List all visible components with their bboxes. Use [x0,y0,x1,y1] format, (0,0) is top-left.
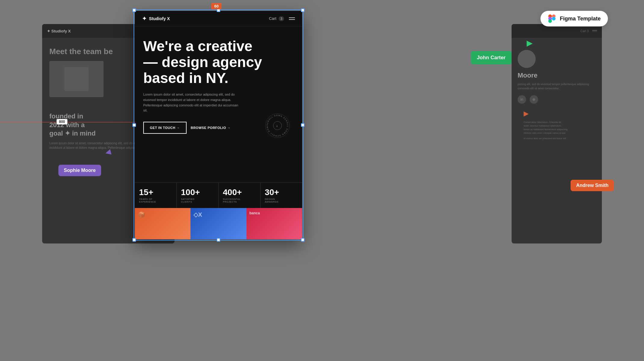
badge-sophie-moore: Sophie Moore [58,165,101,176]
get-in-touch-button[interactable]: GET IN TOUCH → [143,122,187,134]
cart-label: Cart 3 [269,16,284,21]
logo-star-icon: ✦ [142,15,147,22]
scroll-down-circle: ↓ SCROLL DOWN SCROLL DOWN SCROLL DOWN [265,113,290,138]
portfolio-strip: 📦 ◇X banca [135,208,302,239]
stat-projects-number: 400+ [223,188,256,197]
figma-template-badge: Figma Template [540,11,608,26]
stats-bar: 15+ YEARS OFEXPERIENCE 100+ SATISFIEDCLI… [135,182,302,208]
figma-logo-icon [548,14,556,23]
logo-text: Studiofy X [149,16,170,21]
cart-count: 3 [279,16,284,21]
linkedin-icon: in [518,95,526,104]
bg-right-text-block: Consectetur bibendum. Chloride kitteder … [518,121,596,140]
bg-right-hamburger [592,30,597,32]
svg-text:↓: ↓ [276,124,278,127]
measurement-line [0,122,135,122]
badge-john-carter: John Carter [471,51,512,64]
stat-clients: 100+ SATISFIEDCLIENTS [177,183,218,208]
stat-clients-number: 100+ [181,188,214,197]
bg-right-name: Moore [518,72,596,79]
badge-andrew-smith: Andrew Smith [571,180,614,191]
portfolio-item-1: 📦 [135,208,190,239]
stat-clients-label: SATISFIEDCLIENTS [181,198,214,203]
background-frame-right: Cart 3 Moore piscing elit, sed do eiusmo… [512,24,602,243]
cursor-orange-arrow: ▶ [524,110,596,118]
width-indicator: 60 [211,3,221,9]
measurement-label: 800 [57,119,67,124]
figma-template-label: Figma Template [560,16,601,22]
main-frame: ✦ Studiofy X Cart 3 We're a creative — d… [135,11,302,239]
stat-projects: 400+ SUCCESSFULPROJECTS [219,183,261,208]
stat-awards-number: 30+ [265,188,298,197]
svg-rect-8 [548,19,552,23]
portfolio-item-2: ◇X [190,208,246,239]
nav-right: Cart 3 [269,16,295,21]
stat-projects-label: SUCCESSFULPROJECTS [223,198,256,203]
bg-left-hero-image [49,61,104,97]
stat-awards-label: DESIGNAWWARDS [265,198,298,203]
bg-right-social: in ⊕ [518,95,596,104]
browse-portfolio-button[interactable]: BROWSE PORFOLIO → [191,126,231,130]
bg-right-avatar [518,50,536,68]
portfolio-item-3: banca [246,208,302,239]
stat-experience-number: 15+ [139,188,172,197]
stat-experience-label: YEARS OFEXPERIENCE [139,198,172,203]
hero-description: Lorem ipsum dolor sit amet, consectetur … [143,92,240,113]
bg-right-desc: piscing elit, sed do eiusmod tempor pell… [518,82,596,90]
dribbble-icon: ⊕ [530,95,538,104]
svg-rect-7 [552,17,556,20]
bg-right-team: Moore piscing elit, sed do eiusmod tempo… [512,38,602,148]
cursor-right-arrow: ◀ [527,38,533,48]
bg-left-logo: ✦ Studiofy X [47,29,71,33]
hamburger-icon[interactable] [289,17,295,20]
main-nav: ✦ Studiofy X Cart 3 [135,11,302,26]
main-logo: ✦ Studiofy X [142,15,170,22]
stat-experience: 15+ YEARS OFEXPERIENCE [135,183,177,208]
bg-right-cart: Cart 3 [581,29,589,33]
hero-heading: We're a creative — design agency based i… [143,38,294,86]
stat-awards: 30+ DESIGNAWWARDS [261,183,302,208]
